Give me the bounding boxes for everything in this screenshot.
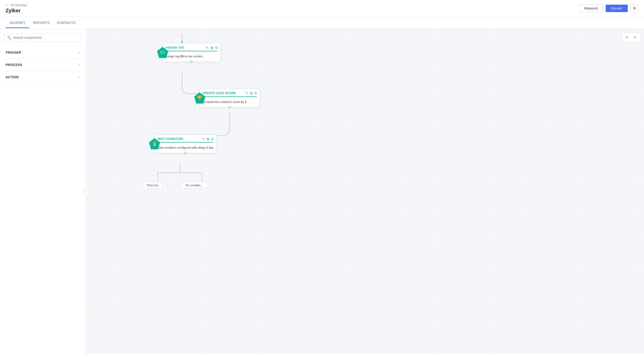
sidebar: 🔍 TRIGGER › PROCESS › ACTION › ‹ [0,29,86,354]
sidebar-item-process[interactable]: PROCESS › [4,59,82,71]
redo-icon: ↻ [634,35,637,39]
page-title: Zylker [6,8,27,14]
chevron-right-icon: › [79,75,80,79]
update-lead-score-copy-button[interactable]: ⧉ [255,91,257,95]
update-lead-score-node: 🏆 UPDATE LEAD SCORE ✎ 🗑 ⧉ Increase the c… [200,89,260,107]
wait-condition-icon-wrap: ⏳ [149,138,160,149]
wait-condition-actions: ✎ 🗑 ⧉ [202,137,214,141]
back-link[interactable]: ← All Journeys [6,3,27,7]
sidebar-section-process: PROCESS › [4,59,82,71]
canvas[interactable]: 🏷 ASSIGN TAG ✎ 🗑 ⧉ Assign tag 55 to the … [86,29,644,354]
timeout-branch[interactable]: Time out [142,182,162,188]
undo-button[interactable]: ↺ [623,34,630,41]
wait-condition-bottom-connector [184,152,186,154]
assign-tag-title: ASSIGN TAG [166,46,184,49]
tab-contacts[interactable]: CONTACTS [53,18,79,28]
chevron-right-icon: › [79,63,80,67]
wait-condition-underline [157,142,214,143]
update-lead-score-header: UPDATE LEAD SCORE ✎ 🗑 ⧉ [200,89,260,96]
redo-button[interactable]: ↻ [632,34,639,41]
update-lead-score-actions: ✎ 🗑 ⧉ [246,91,257,95]
assign-tag-edit-button[interactable]: ✎ [206,46,208,50]
on-condition-branch[interactable]: On conditio... [181,182,208,188]
update-lead-score-edit-button[interactable]: ✎ [246,91,248,95]
undo-icon: ↺ [625,35,628,39]
assign-tag-underline [166,51,217,51]
header-right: Relaunch Discard ⚙ [579,4,638,12]
assign-tag-icon: 🏷 [157,47,168,58]
header: ← All Journeys Zylker Relaunch Discard ⚙ [0,0,644,17]
update-lead-score-underline [202,96,257,97]
wait-condition-copy-button[interactable]: ⧉ [211,137,214,141]
assign-tag-icon-wrap: 🏷 [157,47,168,58]
sidebar-collapse-button[interactable]: ‹ [82,188,90,195]
chevron-right-icon: › [79,51,80,54]
search-box: 🔍 [4,34,82,42]
assign-tag-body: Assign tag 55 to the contact. [162,53,220,62]
sidebar-section-action: ACTION › [4,71,82,83]
back-arrow-icon: ← [6,3,9,7]
search-icon: 🔍 [7,36,11,40]
wait-condition-title: WAIT CONDITION [157,137,183,140]
assign-tag-delete-button[interactable]: 🗑 [210,46,214,50]
tab-journey[interactable]: JOURNEY [6,18,29,28]
update-lead-score-delete-button[interactable]: 🗑 [250,91,253,95]
sidebar-item-action[interactable]: ACTION › [4,71,82,83]
main-content: 🔍 TRIGGER › PROCESS › ACTION › ‹ [0,29,644,354]
assign-tag-bottom-connector [190,61,192,63]
settings-button[interactable]: ⚙ [630,4,638,12]
assign-tag-actions: ✎ 🗑 ⧉ [206,46,217,50]
wait-condition-body: Wait condition configured with delay 1 d… [154,144,216,153]
search-input[interactable] [13,36,78,40]
update-lead-score-icon-wrap: 🏆 [194,92,205,104]
sidebar-item-trigger[interactable]: TRIGGER › [4,47,82,59]
sidebar-section-trigger: TRIGGER › [4,47,82,59]
back-link-label: All Journeys [11,3,27,7]
assign-tag-node: 🏷 ASSIGN TAG ✎ 🗑 ⧉ Assign tag 55 to the … [162,43,220,62]
tabs-bar: JOURNEY REPORTS CONTACTS [0,17,644,29]
assign-tag-copy-button[interactable]: ⧉ [215,46,217,50]
gear-icon: ⚙ [633,6,636,10]
discard-button[interactable]: Discard [606,5,628,12]
update-lead-score-icon: 🏆 [194,92,205,104]
wait-condition-edit-button[interactable]: ✎ [202,137,204,141]
wait-condition-header: WAIT CONDITION ✎ 🗑 ⧉ [154,135,216,142]
wait-condition-icon: ⏳ [149,138,160,149]
update-lead-score-bottom-connector [228,106,231,108]
relaunch-button[interactable]: Relaunch [579,5,603,12]
wait-condition-node: ⏳ WAIT CONDITION ✎ 🗑 ⧉ Wait condition co… [154,134,216,153]
tab-reports[interactable]: REPORTS [29,18,53,28]
assign-tag-header: ASSIGN TAG ✎ 🗑 ⧉ [162,44,220,51]
update-lead-score-title: UPDATE LEAD SCORE [202,92,236,95]
flow-connectors [86,29,644,354]
wait-condition-delete-button[interactable]: 🗑 [206,137,210,141]
header-left: ← All Journeys Zylker [6,3,27,14]
canvas-toolbar: ↺ ↻ [622,33,640,42]
update-lead-score-body: Increase the contact's score by 1 [200,99,260,107]
